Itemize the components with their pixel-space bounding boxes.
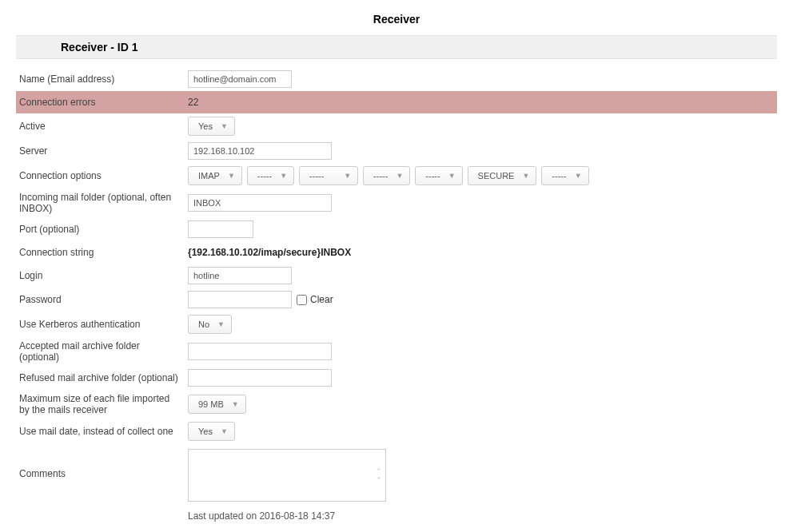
row-comments: Comments ˄˅ (16, 444, 777, 507)
row-active: Active Yes ▼ (16, 113, 777, 139)
conn-opt-select-6[interactable]: -----▼ (541, 166, 588, 185)
chevron-down-icon: ▼ (221, 427, 228, 435)
label-connection-string: Connection string (16, 247, 188, 258)
row-connection-options: Connection options IMAP▼ -----▼ -----▼ -… (16, 163, 777, 189)
label-incoming-folder: Incoming mail folder (optional, often IN… (16, 192, 188, 214)
label-login: Login (16, 270, 188, 281)
port-input[interactable] (188, 220, 253, 238)
label-accepted-folder: Accepted mail archive folder (optional) (16, 340, 188, 363)
row-refused-folder: Refused mail archive folder (optional) (16, 366, 777, 390)
active-select[interactable]: Yes ▼ (188, 117, 235, 136)
label-connection-options: Connection options (16, 170, 188, 181)
last-updated: Last updated on 2016-08-18 14:37 (188, 507, 777, 522)
chevron-down-icon: ▼ (522, 172, 529, 180)
page-title: Receiver (16, 8, 777, 35)
kerberos-select-value: No (198, 320, 209, 329)
chevron-down-icon: ▼ (228, 172, 235, 180)
clear-checkbox[interactable] (297, 295, 307, 305)
comments-textarea[interactable] (188, 449, 386, 502)
use-mail-date-value: Yes (198, 427, 213, 436)
conn-opt-select-5[interactable]: SECURE▼ (468, 166, 537, 185)
panel-header: Receiver - ID 1 (16, 35, 777, 59)
clear-checkbox-wrap[interactable]: Clear (297, 294, 333, 305)
connection-errors-value: 22 (188, 97, 198, 108)
chevron-down-icon: ▼ (575, 172, 582, 180)
chevron-down-icon: ▼ (344, 172, 351, 180)
label-use-mail-date: Use mail date, instead of collect one (16, 426, 188, 437)
conn-opt-select-1[interactable]: -----▼ (247, 166, 294, 185)
chevron-down-icon: ▼ (217, 320, 225, 328)
label-max-size: Maximum size of each file imported by th… (16, 393, 188, 415)
row-port: Port (optional) (16, 217, 777, 241)
refused-folder-input[interactable] (188, 369, 332, 387)
clear-label: Clear (310, 294, 333, 305)
label-refused-folder: Refused mail archive folder (optional) (16, 372, 188, 383)
row-max-size: Maximum size of each file imported by th… (16, 390, 777, 419)
chevron-down-icon: ▼ (280, 172, 287, 180)
label-comments: Comments (16, 449, 188, 479)
label-port: Port (optional) (16, 224, 188, 235)
row-login: Login (16, 264, 777, 288)
kerberos-select[interactable]: No ▼ (188, 315, 232, 334)
conn-opt-select-4[interactable]: -----▼ (415, 166, 462, 185)
row-connection-errors: Connection errors 22 (16, 91, 777, 113)
row-accepted-folder: Accepted mail archive folder (optional) (16, 337, 777, 366)
label-kerberos: Use Kerberos authentication (16, 319, 188, 330)
login-input[interactable] (188, 267, 292, 284)
label-name: Name (Email address) (16, 73, 188, 85)
conn-opt-select-3[interactable]: -----▼ (363, 166, 410, 185)
active-select-value: Yes (198, 121, 213, 131)
row-password: Password Clear (16, 288, 777, 312)
use-mail-date-select[interactable]: Yes ▼ (188, 422, 235, 441)
connection-string-value: {192.168.10.102/imap/secure}INBOX (188, 247, 351, 258)
conn-opt-select-2[interactable]: -----▼ (299, 166, 358, 185)
row-kerberos: Use Kerberos authentication No ▼ (16, 312, 777, 337)
label-connection-errors: Connection errors (16, 97, 188, 108)
max-size-select[interactable]: 99 MB ▼ (188, 395, 246, 414)
label-password: Password (16, 294, 188, 305)
chevron-down-icon: ▼ (396, 172, 403, 180)
chevron-down-icon: ▼ (221, 122, 228, 130)
row-incoming-folder: Incoming mail folder (optional, often IN… (16, 189, 777, 217)
row-connection-string: Connection string {192.168.10.102/imap/s… (16, 241, 777, 264)
chevron-down-icon: ▼ (232, 400, 239, 408)
accepted-folder-input[interactable] (188, 343, 332, 360)
label-server: Server (16, 145, 188, 157)
name-input[interactable] (188, 70, 292, 88)
label-active: Active (16, 121, 188, 132)
row-name: Name (Email address) (16, 67, 777, 91)
row-server: Server (16, 139, 777, 163)
incoming-folder-input[interactable] (188, 194, 332, 212)
password-input[interactable] (188, 291, 292, 308)
server-input[interactable] (188, 142, 332, 160)
chevron-down-icon: ▼ (448, 172, 456, 180)
max-size-value: 99 MB (198, 399, 224, 409)
conn-opt-select-0[interactable]: IMAP▼ (188, 166, 242, 185)
row-use-mail-date: Use mail date, instead of collect one Ye… (16, 419, 777, 444)
